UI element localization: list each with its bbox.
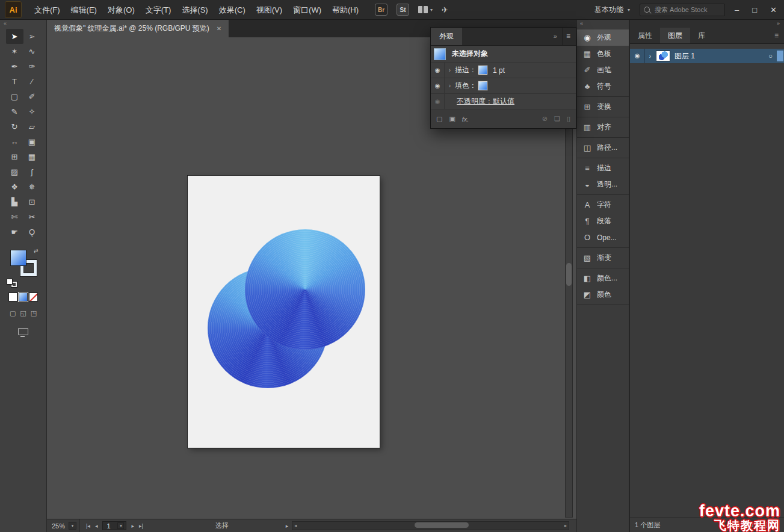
duplicate-item-icon[interactable]: ❏	[554, 115, 560, 123]
stroke-color-swatch[interactable]	[479, 66, 487, 74]
column-graph-tool[interactable]: ▙	[6, 194, 23, 209]
menu-edit[interactable]: 编辑(E)	[66, 0, 102, 20]
paintbrush-tool[interactable]: ✐	[23, 89, 41, 104]
menu-help[interactable]: 帮助(H)	[327, 0, 364, 20]
minimize-button[interactable]: –	[735, 5, 739, 14]
add-fill-icon[interactable]: ▣	[449, 115, 455, 123]
tab-libraries[interactable]: 库	[690, 28, 713, 43]
dock-collapse-icon[interactable]: «	[577, 20, 629, 28]
fill-disclosure-icon[interactable]: ›	[445, 82, 455, 89]
clear-appearance-icon[interactable]: ⊘	[542, 115, 548, 123]
gradient-button[interactable]	[19, 293, 27, 301]
stock-icon[interactable]: St	[397, 4, 409, 16]
draw-inside-icon[interactable]: ◳	[31, 309, 37, 317]
color-button[interactable]	[9, 293, 17, 301]
add-stroke-icon[interactable]: ▢	[436, 115, 442, 123]
dock-expand-icon[interactable]: »	[630, 20, 784, 28]
first-artboard-button[interactable]: |◂	[86, 523, 90, 529]
panel-strip-item-opent​ype[interactable]: O Ope...	[577, 229, 629, 246]
panel-menu-icon[interactable]: ≡	[769, 28, 784, 43]
swap-fill-stroke-icon[interactable]: ⇄	[34, 248, 39, 254]
fill-label[interactable]: 填色：	[455, 81, 477, 91]
hand-tool[interactable]: ☛	[6, 224, 23, 240]
menu-window[interactable]: 窗口(W)	[288, 0, 327, 20]
shaper-tool[interactable]: ✧	[23, 104, 41, 119]
delete-item-icon[interactable]: ▯	[567, 115, 570, 123]
horizontal-scrollbar[interactable]: ◂ ▸	[292, 521, 569, 530]
circle-shape-upper[interactable]	[245, 229, 365, 350]
visibility-eye-icon[interactable]: ◉	[630, 49, 645, 63]
slice-tool[interactable]: ✄	[6, 209, 23, 224]
magic-wand-tool[interactable]: ✶	[6, 44, 23, 59]
expand-layer-icon[interactable]: ›	[645, 53, 655, 60]
layer-row[interactable]: ◉ › 图层 1 ○	[630, 49, 784, 63]
pen-tool[interactable]: ✒	[6, 59, 23, 74]
maximize-button[interactable]: □	[752, 5, 757, 14]
bridge-icon[interactable]: Br	[375, 4, 387, 16]
rectangle-tool[interactable]: ▢	[6, 89, 23, 104]
panel-strip-item-color-guide[interactable]: ◧ 颜色...	[577, 270, 629, 286]
gradient-tool[interactable]: ▨	[6, 164, 23, 179]
artboard-tool[interactable]: ⊡	[23, 194, 41, 209]
draw-normal-icon[interactable]: ▢	[10, 309, 16, 317]
menu-type[interactable]: 文字(T)	[140, 0, 177, 20]
perspective-grid-tool[interactable]: ⊞	[6, 149, 23, 164]
next-artboard-button[interactable]: ▸	[131, 523, 134, 529]
search-input[interactable]	[653, 5, 721, 14]
add-effect-button[interactable]: fx.	[462, 116, 469, 123]
menu-file[interactable]: 文件(F)	[29, 0, 66, 20]
curvature-tool[interactable]: ✑	[23, 59, 41, 74]
stroke-weight-value[interactable]: 1 pt	[493, 66, 505, 75]
toolbar-collapse-icon[interactable]: «	[0, 20, 46, 28]
zoom-tool[interactable]: Ǫ	[23, 224, 41, 240]
layer-target-icon[interactable]: ○	[768, 52, 773, 60]
lasso-tool[interactable]: ∿	[23, 44, 41, 59]
free-transform-tool[interactable]: ▣	[23, 134, 41, 149]
screen-mode-button[interactable]	[0, 327, 46, 338]
tab-layers[interactable]: 图层	[660, 28, 690, 43]
document-tab[interactable]: 视觉假象" 纹理金属.ai* @ 25% (RGB/GPU 预览) ✕	[47, 20, 229, 37]
fill-visibility-eye-icon[interactable]: ◉	[431, 78, 445, 93]
blend-tool[interactable]: ❖	[6, 179, 23, 194]
zoom-level-control[interactable]: 25% ▾	[47, 519, 80, 532]
last-artboard-button[interactable]: ▸|	[139, 523, 143, 529]
panel-strip-item-brushes[interactable]: ✐ 画笔	[577, 62, 629, 78]
status-flyout-icon[interactable]: ▸	[286, 523, 289, 529]
fill-color-swatch[interactable]	[479, 82, 487, 90]
panel-strip-item-stroke[interactable]: ≡ 描边	[577, 160, 629, 176]
panel-menu-icon[interactable]: ≡	[562, 28, 576, 45]
panel-strip-item-gradient[interactable]: ▧ 渐变	[577, 250, 629, 266]
stroke-label[interactable]: 描边：	[455, 65, 477, 75]
menu-view[interactable]: 视图(V)	[251, 0, 288, 20]
panel-strip-item-character[interactable]: A 字符	[577, 197, 629, 213]
opacity-row[interactable]: ◉ 不透明度：默认值	[431, 94, 576, 110]
scissors-tool[interactable]: ✂	[23, 209, 41, 224]
direct-selection-tool[interactable]: ➢	[23, 29, 41, 44]
panel-strip-item-appearance[interactable]: ◉ 外观	[577, 29, 629, 46]
zoom-caret-icon[interactable]: ▾	[69, 522, 76, 530]
tab-properties[interactable]: 属性	[630, 28, 660, 43]
artboard-caret-icon[interactable]: ▾	[117, 522, 124, 529]
layer-name[interactable]: 图层 1	[674, 51, 695, 61]
horizontal-scroll-thumb[interactable]	[415, 522, 469, 528]
opacity-link[interactable]: 不透明度：默认值	[457, 96, 514, 107]
layer-thumbnail[interactable]	[656, 51, 670, 61]
appearance-tab[interactable]: 外观	[431, 28, 462, 45]
stock-search-box[interactable]	[640, 4, 725, 16]
type-tool[interactable]: T	[6, 74, 23, 89]
rotate-tool[interactable]: ↻	[6, 119, 23, 134]
panel-strip-item-paragraph[interactable]: ¶ 段落	[577, 213, 629, 229]
stroke-row[interactable]: ◉ › 描边： 1 pt	[431, 63, 576, 78]
line-segment-tool[interactable]: ∕	[23, 74, 41, 89]
scale-tool[interactable]: ▱	[23, 119, 41, 134]
menu-select[interactable]: 选择(S)	[176, 0, 213, 20]
none-button[interactable]	[29, 293, 37, 301]
panel-collapse-icon[interactable]: »	[551, 28, 560, 45]
scroll-right-icon[interactable]: ▸	[563, 523, 569, 528]
artboard[interactable]	[188, 176, 380, 448]
width-tool[interactable]: ↔	[6, 134, 23, 149]
selection-tool[interactable]: ➤	[6, 29, 23, 44]
panel-strip-item-swatches[interactable]: ▦ 色板	[577, 46, 629, 62]
scroll-left-icon[interactable]: ◂	[292, 523, 298, 528]
stroke-disclosure-icon[interactable]: ›	[445, 67, 455, 73]
